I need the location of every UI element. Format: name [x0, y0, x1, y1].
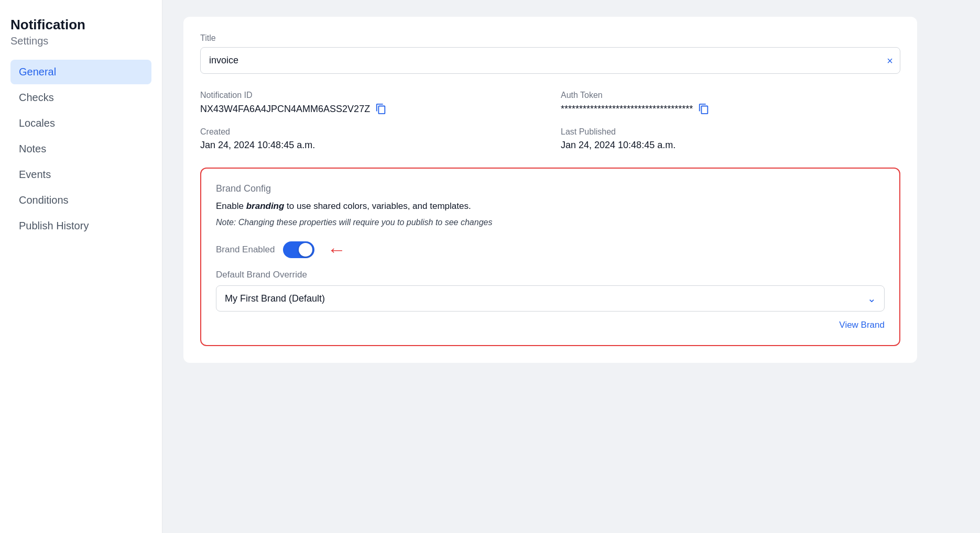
- toggle-track: [283, 241, 314, 258]
- sidebar-item-publish-history[interactable]: Publish History: [10, 214, 151, 238]
- sidebar: Notification Settings General Checks Loc…: [0, 0, 162, 533]
- sidebar-subtitle: Settings: [10, 35, 151, 47]
- created-field: Created Jan 24, 2024 10:48:45 a.m.: [200, 127, 540, 151]
- sidebar-title: Notification: [10, 17, 151, 33]
- brand-config-note: Note: Changing these properties will req…: [216, 216, 885, 229]
- view-brand-row: View Brand: [216, 320, 885, 330]
- toggle-thumb: [299, 243, 312, 257]
- auth-token-label: Auth Token: [561, 91, 900, 100]
- main-content: Title × Notification ID NX43W4FA6A4JPCN4…: [162, 0, 980, 533]
- auth-token-field: Auth Token *****************************…: [561, 91, 900, 115]
- brand-desc-prefix: Enable: [216, 201, 246, 211]
- notification-id-value: NX43W4FA6A4JPCN4AMM6ASS2V27Z: [200, 104, 370, 115]
- brand-desc-suffix: to use shared colors, variables, and tem…: [284, 201, 471, 211]
- brand-select[interactable]: My First Brand (Default): [216, 285, 885, 312]
- last-published-label: Last Published: [561, 127, 900, 137]
- default-brand-label: Default Brand Override: [216, 270, 885, 280]
- sidebar-item-conditions[interactable]: Conditions: [10, 188, 151, 213]
- brand-select-wrapper: My First Brand (Default) ⌄: [216, 285, 885, 312]
- notification-id-label: Notification ID: [200, 91, 540, 100]
- arrow-icon: ←: [327, 240, 346, 259]
- copy-auth-token-icon[interactable]: [698, 103, 710, 115]
- notification-id-value-row: NX43W4FA6A4JPCN4AMM6ASS2V27Z: [200, 103, 540, 115]
- sidebar-item-label-conditions: Conditions: [19, 194, 69, 206]
- created-label: Created: [200, 127, 540, 137]
- sidebar-item-label-events: Events: [19, 169, 51, 180]
- brand-config-title: Brand Config: [216, 183, 885, 194]
- last-published-field: Last Published Jan 24, 2024 10:48:45 a.m…: [561, 127, 900, 151]
- sidebar-item-notes[interactable]: Notes: [10, 137, 151, 161]
- sidebar-item-label-publish-history: Publish History: [19, 220, 89, 231]
- sidebar-item-label-checks: Checks: [19, 92, 54, 103]
- auth-token-value: ************************************: [561, 104, 693, 115]
- sidebar-item-general[interactable]: General: [10, 60, 151, 84]
- last-published-value: Jan 24, 2024 10:48:45 a.m.: [561, 140, 900, 151]
- sidebar-item-label-notes: Notes: [19, 143, 46, 154]
- brand-config-description: Enable branding to use shared colors, va…: [216, 199, 885, 213]
- auth-token-value-row: ************************************: [561, 103, 900, 115]
- title-input[interactable]: [200, 47, 900, 74]
- clear-title-button[interactable]: ×: [887, 55, 893, 66]
- sidebar-item-label-locales: Locales: [19, 117, 55, 129]
- sidebar-item-checks[interactable]: Checks: [10, 85, 151, 110]
- brand-config-box: Brand Config Enable branding to use shar…: [200, 168, 900, 346]
- title-input-wrapper: ×: [200, 47, 900, 74]
- sidebar-nav: General Checks Locales Notes Events Cond…: [10, 60, 151, 238]
- view-brand-button[interactable]: View Brand: [839, 320, 885, 330]
- brand-enabled-label: Brand Enabled: [216, 245, 275, 255]
- sidebar-item-label-general: General: [19, 66, 56, 77]
- brand-enabled-row: Brand Enabled ←: [216, 240, 885, 259]
- created-value: Jan 24, 2024 10:48:45 a.m.: [200, 140, 540, 151]
- info-grid: Notification ID NX43W4FA6A4JPCN4AMM6ASS2…: [200, 91, 900, 151]
- sidebar-item-events[interactable]: Events: [10, 162, 151, 187]
- title-label: Title: [200, 34, 900, 43]
- brand-desc-italic: branding: [246, 201, 285, 211]
- main-card: Title × Notification ID NX43W4FA6A4JPCN4…: [183, 17, 917, 363]
- notification-id-field: Notification ID NX43W4FA6A4JPCN4AMM6ASS2…: [200, 91, 540, 115]
- sidebar-item-locales[interactable]: Locales: [10, 111, 151, 136]
- copy-notification-id-icon[interactable]: [375, 103, 387, 115]
- brand-enabled-toggle[interactable]: [283, 241, 314, 258]
